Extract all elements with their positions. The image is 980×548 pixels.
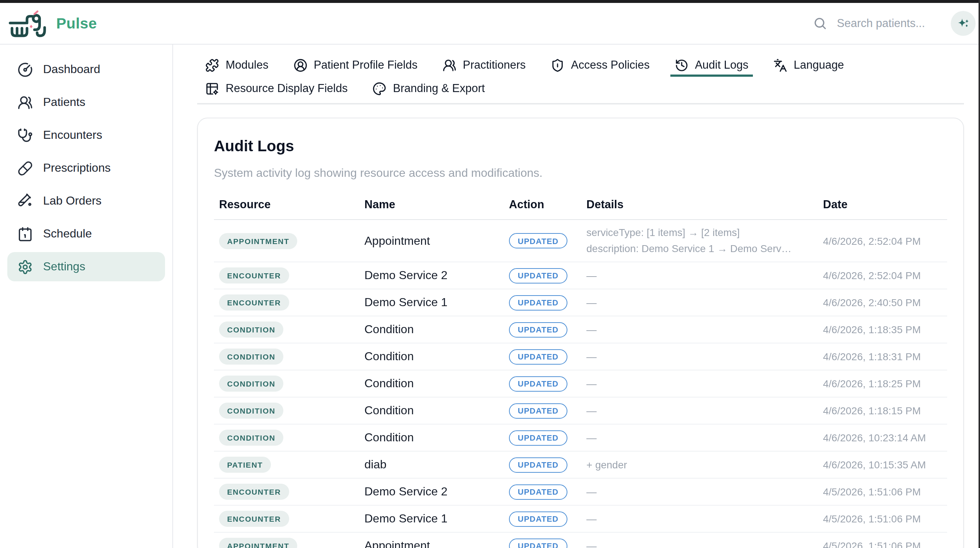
sidebar-item-label: Schedule: [43, 227, 92, 241]
resource-badge: CONDITION: [219, 349, 283, 365]
action-badge: UPDATED: [509, 457, 567, 473]
row-details: —: [586, 511, 823, 527]
sidebar-item-settings[interactable]: Settings: [7, 252, 165, 281]
column-header-name: Name: [364, 198, 509, 211]
waj-logo-icon: [9, 10, 47, 37]
table-row: CONDITION Condition UPDATED — 4/6/2026, …: [214, 398, 947, 425]
pill-icon: [18, 160, 33, 176]
audit-table-body: APPOINTMENT Appointment UPDATED serviceT…: [214, 220, 947, 548]
patient-search: [813, 16, 939, 31]
row-name: diab: [364, 459, 509, 472]
sidebar-item-encounters[interactable]: Encounters: [7, 121, 165, 150]
table-row: CONDITION Condition UPDATED — 4/6/2026, …: [214, 344, 947, 371]
resource-badge: CONDITION: [219, 430, 283, 446]
row-name: Demo Service 2: [364, 486, 509, 499]
details-line: description: Demo Service 1 → Demo Serv…: [586, 241, 816, 256]
sidebar-item-dashboard[interactable]: Dashboard: [7, 55, 165, 84]
gauge-icon: [18, 62, 33, 77]
table-row: ENCOUNTER Demo Service 1 UPDATED — 4/5/2…: [214, 506, 947, 533]
row-name: Condition: [364, 378, 509, 390]
action-badge: UPDATED: [509, 233, 567, 249]
row-details: —: [586, 484, 823, 500]
tab-modules[interactable]: Modules: [201, 53, 273, 77]
action-badge: UPDATED: [509, 484, 567, 500]
row-name: Appointment: [364, 234, 509, 247]
details-line: —: [586, 484, 816, 500]
resource-badge: ENCOUNTER: [219, 295, 289, 311]
row-details: —: [586, 538, 823, 548]
row-details: —: [586, 403, 823, 419]
tab-label: Language: [794, 59, 844, 72]
resource-badge: ENCOUNTER: [219, 484, 289, 500]
sidebar-item-label: Settings: [43, 260, 86, 273]
column-header-details: Details: [586, 198, 823, 211]
settings-tabs: Modules Patient Profile Fields Practitio…: [197, 53, 964, 105]
row-name: Condition: [364, 350, 509, 363]
sidebar-item-lab-orders[interactable]: Lab Orders: [7, 186, 165, 215]
ai-assistant-button[interactable]: [951, 11, 975, 36]
tab-branding-export[interactable]: Branding & Export: [368, 77, 489, 100]
sidebar-item-label: Lab Orders: [43, 194, 102, 207]
tab-audit-logs[interactable]: Audit Logs: [670, 53, 753, 77]
sidebar-item-label: Encounters: [43, 129, 102, 142]
test-tube-icon: [18, 193, 33, 209]
tab-access-policies[interactable]: Access Policies: [546, 53, 654, 77]
resource-badge: APPOINTMENT: [219, 538, 297, 548]
table-settings-icon: [205, 81, 219, 96]
column-header-action: Action: [509, 198, 586, 211]
row-date: 4/6/2026, 2:40:50 PM: [823, 297, 947, 309]
languages-icon: [773, 58, 787, 72]
table-row: PATIENT diab UPDATED + gender 4/6/2026, …: [214, 452, 947, 479]
tab-label: Modules: [226, 59, 268, 72]
users-icon: [442, 58, 457, 72]
row-details: + gender: [586, 457, 823, 473]
resource-badge: APPOINTMENT: [219, 233, 297, 249]
window-top-edge: [0, 0, 980, 3]
window-right-edge: [978, 0, 980, 548]
history-icon: [675, 58, 688, 72]
resource-badge: PATIENT: [219, 457, 271, 473]
row-date: 4/6/2026, 1:18:25 PM: [823, 378, 947, 390]
action-badge: UPDATED: [509, 538, 567, 548]
calendar-icon: [18, 226, 33, 242]
row-date: 4/6/2026, 1:18:15 PM: [823, 405, 947, 417]
column-header-resource: Resource: [214, 198, 364, 211]
row-details: —: [586, 349, 823, 365]
tab-label: Audit Logs: [695, 59, 749, 72]
gear-icon: [18, 259, 33, 274]
search-input[interactable]: [835, 16, 939, 31]
action-badge: UPDATED: [509, 322, 567, 338]
sidebar-item-label: Prescriptions: [43, 161, 111, 175]
tab-label: Resource Display Fields: [226, 82, 348, 95]
row-date: 4/6/2026, 1:18:31 PM: [823, 351, 947, 363]
sidebar-item-label: Dashboard: [43, 63, 100, 76]
table-row: APPOINTMENT Appointment UPDATED — 4/5/20…: [214, 533, 947, 548]
details-line: —: [586, 268, 816, 284]
row-date: 4/5/2026, 1:51:06 PM: [823, 486, 947, 498]
brand-logo: Pulse: [9, 10, 97, 37]
action-badge: UPDATED: [509, 430, 567, 446]
row-name: Condition: [364, 323, 509, 336]
details-line: —: [586, 538, 816, 548]
row-details: —: [586, 430, 823, 446]
row-name: Condition: [364, 405, 509, 417]
row-date: 4/6/2026, 2:52:04 PM: [823, 235, 947, 247]
row-name: Appointment: [364, 540, 509, 548]
table-header: Resource Name Action Details Date: [214, 190, 947, 220]
palette-icon: [372, 81, 386, 96]
row-name: Demo Service 1: [364, 296, 509, 309]
users-icon: [18, 95, 33, 110]
sparkles-icon: [956, 16, 970, 30]
tab-practitioners[interactable]: Practitioners: [438, 53, 530, 77]
details-line: —: [586, 430, 816, 446]
sidebar-item-patients[interactable]: Patients: [7, 88, 165, 117]
tab-language[interactable]: Language: [769, 53, 848, 77]
tab-resource-display-fields[interactable]: Resource Display Fields: [201, 77, 352, 100]
table-row: CONDITION Condition UPDATED — 4/6/2026, …: [214, 317, 947, 344]
sidebar-item-prescriptions[interactable]: Prescriptions: [7, 153, 165, 183]
table-row: ENCOUNTER Demo Service 2 UPDATED — 4/5/2…: [214, 479, 947, 506]
table-row: APPOINTMENT Appointment UPDATED serviceT…: [214, 220, 947, 263]
app-window: Pulse: [0, 0, 980, 548]
sidebar-item-schedule[interactable]: Schedule: [7, 219, 165, 249]
tab-patient-profile-fields[interactable]: Patient Profile Fields: [289, 53, 422, 77]
